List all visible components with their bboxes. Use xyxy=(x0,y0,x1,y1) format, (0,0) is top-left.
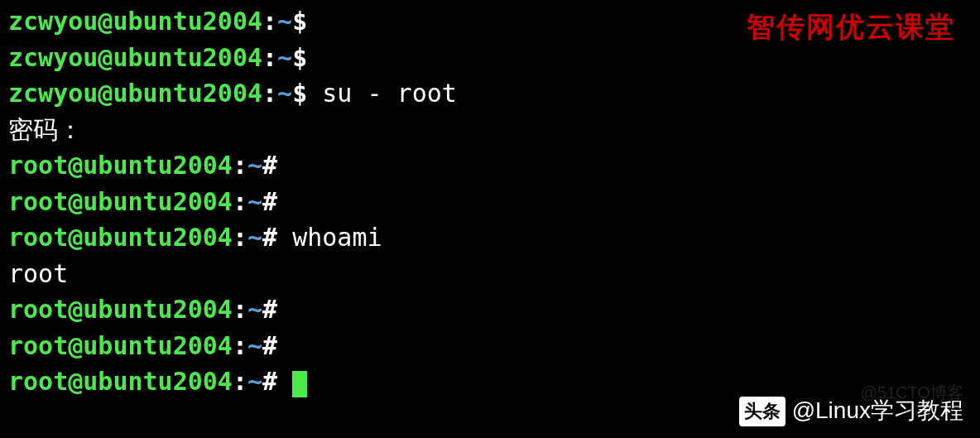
prompt-path: ~ xyxy=(247,151,262,180)
terminal-output: 密码： xyxy=(8,112,972,148)
prompt-colon: : xyxy=(233,331,247,360)
command-text: whoami xyxy=(277,223,382,252)
terminal-output: root xyxy=(8,256,972,292)
terminal-line: zcwyou@ubuntu2004:~$ su - root xyxy=(8,75,972,112)
prompt-root: root@ubuntu2004 xyxy=(8,295,233,324)
prompt-symbol: $ xyxy=(292,79,307,108)
command-text xyxy=(277,367,292,396)
prompt-symbol: $ xyxy=(292,43,307,72)
prompt-path: ~ xyxy=(247,223,262,252)
prompt-root: root@ubuntu2004 xyxy=(8,331,233,360)
prompt-path: ~ xyxy=(247,367,262,396)
watermark-handle: @Linux学习教程 xyxy=(792,394,963,428)
watermark-top-right: 智传网优云课堂 xyxy=(747,7,955,47)
prompt-symbol: # xyxy=(262,295,277,324)
prompt-root: root@ubuntu2004 xyxy=(8,223,233,252)
prompt-root: root@ubuntu2004 xyxy=(8,151,233,180)
terminal-line: root@ubuntu2004:~# xyxy=(8,291,972,328)
prompt-root: root@ubuntu2004 xyxy=(8,367,233,396)
prompt-symbol: # xyxy=(262,331,277,360)
prompt-colon: : xyxy=(233,151,247,180)
prompt-path: ~ xyxy=(277,43,292,72)
prompt-colon: : xyxy=(233,295,247,324)
prompt-colon: : xyxy=(262,7,277,36)
prompt-colon: : xyxy=(233,187,247,216)
terminal-line: root@ubuntu2004:~# xyxy=(8,184,972,220)
prompt-colon: : xyxy=(262,79,277,108)
terminal-line: root@ubuntu2004:~# xyxy=(8,147,972,184)
prompt-symbol: # xyxy=(262,151,277,180)
prompt-root: root@ubuntu2004 xyxy=(8,187,233,216)
prompt-path: ~ xyxy=(247,295,262,324)
prompt-symbol: # xyxy=(262,187,277,216)
terminal-line: root@ubuntu2004:~# whoami xyxy=(8,219,972,256)
command-text: su - root xyxy=(307,79,457,108)
prompt-path: ~ xyxy=(247,331,262,360)
prompt-symbol: # xyxy=(262,367,277,396)
prompt-path: ~ xyxy=(247,187,262,216)
prompt-path: ~ xyxy=(277,7,292,36)
prompt-user: zcwyou@ubuntu2004 xyxy=(8,79,262,108)
terminal-area[interactable]: zcwyou@ubuntu2004:~$ zcwyou@ubuntu2004:~… xyxy=(0,0,980,403)
prompt-path: ~ xyxy=(277,79,292,108)
prompt-user: zcwyou@ubuntu2004 xyxy=(8,7,262,36)
prompt-colon: : xyxy=(233,367,247,396)
prompt-colon: : xyxy=(233,223,247,252)
prompt-colon: : xyxy=(262,43,277,72)
terminal-line: root@ubuntu2004:~# xyxy=(8,328,972,364)
prompt-symbol: # xyxy=(262,223,277,252)
cursor-icon xyxy=(292,371,307,397)
prompt-symbol: $ xyxy=(292,7,307,36)
watermark-bottom: 头条 @Linux学习教程 xyxy=(739,394,963,428)
prompt-user: zcwyou@ubuntu2004 xyxy=(8,43,262,72)
toutiao-badge: 头条 xyxy=(739,397,785,426)
